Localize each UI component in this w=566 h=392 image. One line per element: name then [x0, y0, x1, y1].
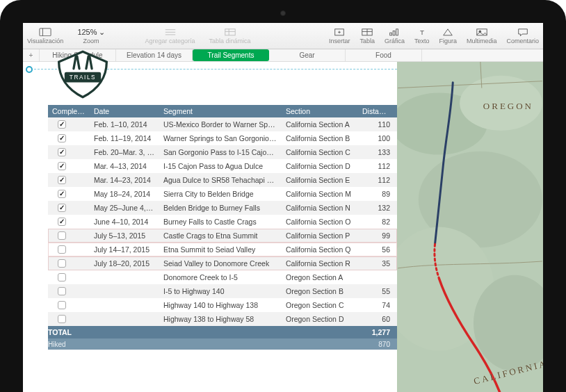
cell-date[interactable]: May 25–June 4, 2014 — [90, 204, 159, 212]
toolbar-insert[interactable]: Insertar — [329, 27, 350, 44]
checkbox[interactable] — [58, 273, 66, 281]
checkbox[interactable] — [58, 245, 66, 254]
cell-section[interactable]: California Section N — [282, 204, 358, 212]
checkbox[interactable] — [58, 218, 66, 226]
cell-date[interactable]: May 18–24, 2014 — [90, 190, 159, 198]
cell-section[interactable]: Oregon Section A — [282, 273, 358, 281]
cell-segment[interactable]: Warner Springs to San Gorgonio Pass — [159, 134, 282, 142]
cell-distance[interactable]: 110 — [358, 120, 397, 129]
cell-section[interactable]: California Section A — [282, 120, 358, 129]
cell-distance[interactable]: 100 — [358, 134, 397, 142]
toolbar-media[interactable]: Multimedia — [467, 27, 497, 44]
table-row[interactable]: July 18–20, 2015Seiad Valley to Donomore… — [48, 256, 397, 270]
cell-segment[interactable]: I-15 Cajon Pass to Agua Dulce — [159, 162, 282, 170]
cell-segment[interactable]: I-5 to Highway 140 — [159, 287, 282, 295]
cell-section[interactable]: California Section B — [282, 134, 358, 142]
table-row[interactable]: June 4–10, 2014Burney Falls to Castle Cr… — [48, 215, 397, 229]
toolbar-text[interactable]: T Texto — [414, 27, 430, 44]
sheet-tab-3[interactable]: Gear — [269, 49, 346, 61]
checkbox[interactable] — [58, 148, 66, 156]
cell-distance[interactable]: 55 — [358, 287, 397, 295]
th-date[interactable]: Date — [90, 107, 159, 115]
table-row[interactable]: Mar. 14–23, 2014Agua Dulce to SR58 Tehac… — [48, 173, 397, 187]
checkbox[interactable] — [58, 120, 66, 129]
table-row[interactable]: I-5 to Highway 140Oregon Section B55 — [48, 284, 397, 298]
cell-date[interactable]: July 5–13, 2015 — [90, 231, 159, 240]
toolbar-view[interactable]: Visualización — [27, 27, 63, 44]
toolbar-zoom[interactable]: 125% ⌄ Zoom — [77, 28, 104, 44]
checkbox[interactable] — [58, 259, 66, 268]
table-row[interactable]: Mar. 4–13, 2014I-15 Cajon Pass to Agua D… — [48, 159, 397, 173]
zoom-dropdown[interactable]: 125% ⌄ — [77, 28, 104, 37]
cell-segment[interactable]: Etna Summit to Seiad Valley — [159, 245, 282, 254]
checkbox[interactable] — [58, 231, 66, 240]
table-row[interactable]: July 5–13, 2015Castle Crags to Etna Summ… — [48, 229, 397, 243]
cell-date[interactable]: Mar. 4–13, 2014 — [90, 162, 159, 170]
cell-segment[interactable]: Belden Bridge to Burney Falls — [159, 204, 282, 212]
sheet-tab-1[interactable]: Elevation 14 days — [116, 49, 193, 61]
cell-section[interactable]: California Section E — [282, 176, 358, 184]
cell-distance[interactable]: 112 — [358, 162, 397, 170]
cell-distance[interactable]: 112 — [358, 176, 397, 184]
table-row[interactable]: Highway 138 to Highway 58Oregon Section … — [48, 312, 397, 326]
cell-segment[interactable]: Burney Falls to Castle Crags — [159, 218, 282, 226]
table-row[interactable]: May 18–24, 2014Sierra City to Belden Bri… — [48, 187, 397, 201]
table-row[interactable]: May 25–June 4, 2014Belden Bridge to Burn… — [48, 201, 397, 215]
checkbox[interactable] — [58, 301, 66, 309]
toolbar-chart[interactable]: Gráfica — [385, 27, 405, 44]
cell-section[interactable]: California Section C — [282, 148, 358, 156]
cell-distance[interactable]: 99 — [358, 231, 397, 240]
cell-section[interactable]: California Section Q — [282, 245, 358, 254]
checkbox[interactable] — [58, 134, 66, 142]
cell-date[interactable]: Feb. 11–19, 2014 — [90, 134, 159, 142]
checkbox[interactable] — [58, 204, 66, 212]
sheet-tab-2[interactable]: Trail Segments — [193, 49, 269, 61]
cell-section[interactable]: Oregon Section C — [282, 301, 358, 309]
th-section[interactable]: Section — [282, 107, 358, 115]
table-row[interactable]: Feb. 11–19, 2014Warner Springs to San Go… — [48, 131, 397, 145]
cell-segment[interactable]: San Gorgonio Pass to I-15 Cajon Pass — [159, 148, 282, 156]
cell-distance[interactable]: 35 — [358, 259, 397, 268]
cell-segment[interactable]: Seiad Valley to Donomore Creek — [159, 259, 282, 268]
checkbox[interactable] — [58, 176, 66, 184]
cell-section[interactable]: California Section R — [282, 259, 358, 268]
toolbar-shape[interactable]: Figura — [439, 27, 457, 44]
cell-segment[interactable]: Donomore Creek to I-5 — [159, 273, 282, 281]
table-row[interactable]: July 14–17, 2015Etna Summit to Seiad Val… — [48, 243, 397, 256]
cell-date[interactable]: July 14–17, 2015 — [90, 245, 159, 254]
th-distance[interactable]: Distance — [358, 107, 397, 115]
segments-table[interactable]: Completed Date Segment Section Distance … — [48, 105, 397, 350]
sheet-area[interactable]: TRAILS Completed Date Segment Section Di… — [23, 62, 397, 392]
cell-date[interactable]: Feb. 1–10, 2014 — [90, 120, 159, 129]
add-sheet-button[interactable]: + — [23, 49, 40, 61]
cell-segment[interactable]: Agua Dulce to SR58 Tehachapi Pass — [159, 176, 282, 184]
sheet-tab-4[interactable]: Food — [346, 49, 422, 61]
cell-section[interactable]: Oregon Section B — [282, 287, 358, 295]
cell-section[interactable]: California Section D — [282, 162, 358, 170]
cell-section[interactable]: California Section O — [282, 218, 358, 226]
toolbar-comment[interactable]: Comentario — [506, 27, 539, 44]
toolbar-table[interactable]: Tabla — [359, 27, 375, 44]
checkbox[interactable] — [58, 162, 66, 170]
cell-distance[interactable]: 60 — [358, 315, 397, 323]
cell-section[interactable]: California Section M — [282, 190, 358, 198]
cell-section[interactable]: Oregon Section D — [282, 315, 358, 323]
cell-date[interactable]: Mar. 14–23, 2014 — [90, 176, 159, 184]
cell-distance[interactable]: 82 — [358, 218, 397, 226]
cell-date[interactable]: July 18–20, 2015 — [90, 259, 159, 268]
checkbox[interactable] — [58, 190, 66, 198]
checkbox[interactable] — [58, 287, 66, 295]
cell-distance[interactable]: 133 — [358, 148, 397, 156]
table-row[interactable]: Feb. 1–10, 2014US-Mexico Border to Warne… — [48, 117, 397, 131]
table-row[interactable]: Feb. 20–Mar. 3, 2014San Gorgonio Pass to… — [48, 145, 397, 159]
cell-section[interactable]: California Section P — [282, 231, 358, 240]
cell-date[interactable]: June 4–10, 2014 — [90, 218, 159, 226]
th-segment[interactable]: Segment — [159, 107, 282, 115]
cell-segment[interactable]: Highway 138 to Highway 58 — [159, 315, 282, 323]
table-row[interactable]: Donomore Creek to I-5Oregon Section A — [48, 270, 397, 284]
cell-distance[interactable]: 89 — [358, 190, 397, 198]
cell-distance[interactable]: 132 — [358, 204, 397, 212]
cell-distance[interactable]: 56 — [358, 245, 397, 254]
table-row[interactable]: Highway 140 to Highway 138Oregon Section… — [48, 298, 397, 312]
cell-date[interactable]: Feb. 20–Mar. 3, 2014 — [90, 148, 159, 156]
